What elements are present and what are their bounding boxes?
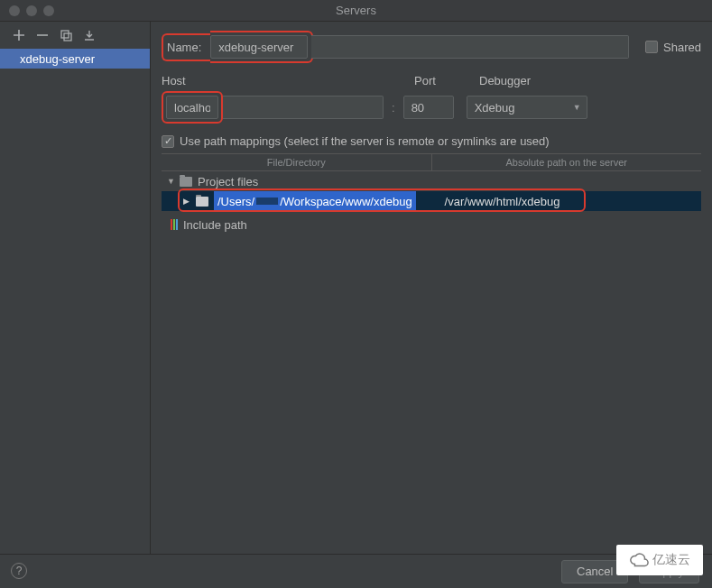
window-title: Servers (0, 4, 712, 17)
mapping-row-selected[interactable]: ▶ /Users/ /Workspace/www/xdebug /var/www… (162, 191, 701, 211)
col-file-label: File/Directory (162, 154, 432, 170)
include-path-icon (171, 219, 178, 230)
col-server-label: Absolute path on the server (432, 154, 702, 170)
remove-icon[interactable] (36, 29, 49, 41)
redacted-segment (256, 198, 278, 205)
add-icon[interactable] (13, 29, 25, 41)
port-label: Port (414, 74, 436, 87)
host-input-ext[interactable] (223, 96, 384, 119)
mapping-table-header: File/Directory Absolute path on the serv… (162, 153, 701, 171)
name-label: Name: (162, 33, 210, 61)
remote-path: /var/www/html/xdebug (445, 195, 560, 208)
colon-separator: : (384, 101, 403, 115)
port-input[interactable] (403, 96, 454, 119)
watermark: 亿速云 (616, 545, 703, 575)
debugger-label: Debugger (479, 74, 531, 87)
sidebar-toolbar (0, 22, 150, 49)
folder-icon (180, 177, 192, 187)
use-path-mappings-label: Use path mappings (select if the server … (180, 134, 550, 148)
shared-checkbox[interactable] (645, 41, 658, 53)
host-input[interactable] (166, 96, 218, 119)
svg-rect-1 (64, 33, 71, 41)
mapping-tree[interactable]: ▼ Project files ▶ /Users/ /Workspace/www… (162, 171, 701, 554)
project-files-label: Project files (198, 175, 258, 188)
expand-arrow-icon[interactable]: ▼ (167, 177, 176, 186)
svg-rect-0 (61, 31, 69, 38)
debugger-select[interactable]: Xdebug ▼ (467, 96, 587, 119)
debugger-value: Xdebug (475, 101, 515, 115)
server-list-item-label: xdebug-server (20, 52, 95, 66)
titlebar: Servers (0, 0, 712, 22)
include-path-row[interactable]: Include path (162, 215, 701, 234)
sidebar: xdebug-server (0, 22, 151, 554)
include-path-label: Include path (183, 218, 247, 232)
folder-icon (196, 197, 208, 207)
dialog-footer: Cancel Apply (0, 554, 712, 588)
main-panel: Name: Shared Host Port Debugger : Xdebug… (151, 22, 712, 554)
name-input[interactable] (210, 35, 308, 59)
use-path-mappings-checkbox[interactable] (162, 135, 174, 148)
expand-arrow-icon[interactable]: ▶ (183, 197, 192, 206)
server-list-item-selected[interactable]: xdebug-server (0, 49, 150, 69)
help-button[interactable]: ? (11, 563, 27, 579)
chevron-down-icon: ▼ (573, 103, 581, 112)
host-label: Host (162, 74, 186, 87)
project-files-row[interactable]: ▼ Project files (162, 171, 701, 191)
copy-icon[interactable] (60, 29, 72, 41)
shared-label: Shared (663, 41, 701, 54)
name-input-ext[interactable] (311, 35, 629, 59)
local-path: /Users/ /Workspace/www/xdebug (214, 191, 416, 211)
import-icon[interactable] (83, 29, 96, 41)
